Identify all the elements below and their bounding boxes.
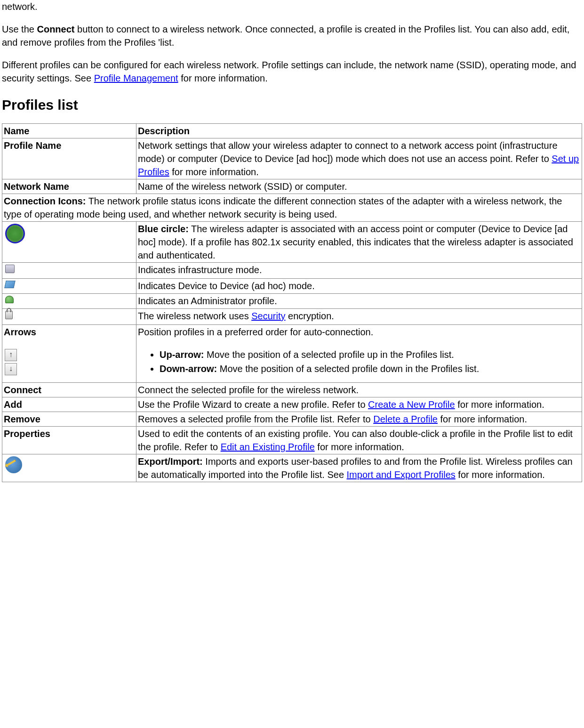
cell-desc: The wireless network uses Security encry… bbox=[136, 309, 582, 325]
text: Use the bbox=[2, 24, 37, 34]
row-add: Add Use the Profile Wizard to create a n… bbox=[2, 397, 582, 412]
import-export-profiles-link[interactable]: Import and Export Profiles bbox=[347, 469, 456, 480]
intro-profiles: Different profiles can be configured for… bbox=[2, 58, 582, 85]
table-header-row: Name Description bbox=[2, 124, 582, 138]
adhoc-icon bbox=[4, 281, 15, 288]
text: The wireless adapter is associated with … bbox=[138, 224, 573, 260]
cell-name: Remove bbox=[4, 414, 40, 424]
down-arrow-bold: Down-arrow: bbox=[160, 364, 217, 374]
text: Use the Profile Wizard to create a new p… bbox=[138, 399, 368, 410]
blue-circle-bold: Blue circle: bbox=[138, 224, 189, 234]
text: The network profile status icons indicat… bbox=[4, 196, 562, 219]
cell-name: Add bbox=[4, 399, 22, 410]
text: for more information. bbox=[438, 414, 527, 424]
connection-icons-bold: Connection Icons: bbox=[4, 196, 86, 206]
cell-name: Connect bbox=[4, 385, 41, 395]
cell-desc: Export/Import: Imports and exports user-… bbox=[136, 454, 582, 482]
cell-desc: Indicates Device to Device (ad hoc) mode… bbox=[136, 279, 582, 294]
arrows-box: ↑ ↓ bbox=[5, 349, 135, 375]
row-adhoc: Indicates Device to Device (ad hoc) mode… bbox=[2, 279, 582, 294]
up-arrow-bold: Up-arrow: bbox=[160, 349, 204, 360]
header-name: Name bbox=[4, 126, 29, 136]
text: for more information. bbox=[315, 442, 404, 452]
row-remove: Remove Removes a selected profile from t… bbox=[2, 412, 582, 427]
cell-desc: Name of the wireless network (SSID) or c… bbox=[136, 179, 582, 194]
row-arrows: Arrows ↑ ↓ Position profiles in a prefer… bbox=[2, 325, 582, 383]
row-network-name: Network Name Name of the wireless networ… bbox=[2, 179, 582, 194]
up-arrow-button[interactable]: ↑ bbox=[5, 349, 17, 361]
wifi-blue-circle-icon bbox=[5, 224, 25, 243]
text: Move the position of a selected profile … bbox=[217, 364, 479, 374]
text: The wireless network uses bbox=[138, 311, 251, 321]
row-connection-icons: Connection Icons: The network profile st… bbox=[2, 194, 582, 222]
row-connect: Connect Connect the selected profile for… bbox=[2, 383, 582, 397]
cell-desc: Indicates an Administrator profile. bbox=[136, 294, 582, 309]
cell-desc: Network settings that allow your wireles… bbox=[136, 138, 582, 179]
cell-desc: Used to edit the contents of an existing… bbox=[136, 427, 582, 454]
connect-bold: Connect bbox=[37, 24, 74, 34]
text: for more information. bbox=[456, 469, 545, 480]
cell-desc: Indicates infrastructure mode. bbox=[136, 263, 582, 279]
cell-name: Profile Name bbox=[4, 140, 61, 151]
text: Network settings that allow your wireles… bbox=[138, 140, 558, 164]
list-item: Down-arrow: Move the position of a selec… bbox=[160, 362, 580, 375]
row-blue-circle: Blue circle: The wireless adapter is ass… bbox=[2, 222, 582, 263]
profiles-table: Name Description Profile Name Network se… bbox=[2, 123, 582, 482]
arrows-intro: Position profiles in a preferred order f… bbox=[138, 327, 373, 337]
text: button to connect to a wireless network.… bbox=[2, 24, 569, 48]
text: Different profiles can be configured for… bbox=[2, 60, 576, 83]
lock-icon bbox=[5, 311, 13, 319]
export-import-bold: Export/Import: bbox=[138, 456, 203, 467]
cell-desc: Connect the selected profile for the wir… bbox=[136, 383, 582, 397]
infrastructure-icon bbox=[5, 265, 15, 273]
row-infrastructure: Indicates infrastructure mode. bbox=[2, 263, 582, 279]
row-admin: Indicates an Administrator profile. bbox=[2, 294, 582, 309]
intro-fragment: network. bbox=[2, 0, 582, 13]
profiles-list-heading: Profiles list bbox=[2, 95, 582, 115]
security-link[interactable]: Security bbox=[251, 311, 285, 321]
row-properties: Properties Used to edit the contents of … bbox=[2, 427, 582, 454]
text: for more information. bbox=[169, 167, 259, 177]
intro-connect: Use the Connect button to connect to a w… bbox=[2, 23, 582, 49]
row-security: The wireless network uses Security encry… bbox=[2, 309, 582, 325]
text: encryption. bbox=[285, 311, 334, 321]
edit-existing-profile-link[interactable]: Edit an Existing Profile bbox=[221, 442, 315, 452]
text: for more information. bbox=[455, 399, 544, 410]
export-import-icon bbox=[5, 456, 22, 473]
header-desc: Description bbox=[138, 126, 190, 136]
down-arrow-button[interactable]: ↓ bbox=[5, 363, 17, 375]
cell-desc: Position profiles in a preferred order f… bbox=[136, 325, 582, 383]
row-profile-name: Profile Name Network settings that allow… bbox=[2, 138, 582, 179]
text: for more information. bbox=[178, 73, 268, 83]
cell-desc: Use the Profile Wizard to create a new p… bbox=[136, 397, 582, 412]
row-export-import: Export/Import: Imports and exports user-… bbox=[2, 454, 582, 482]
cell-name: Arrows bbox=[4, 327, 36, 337]
text: Removes a selected profile from the Prof… bbox=[138, 414, 373, 424]
cell-name: Properties bbox=[4, 429, 50, 439]
cell-name: Network Name bbox=[4, 181, 69, 192]
arrows-list: Up-arrow: Move the position of a selecte… bbox=[138, 348, 580, 375]
cell-span: Connection Icons: The network profile st… bbox=[2, 194, 582, 222]
admin-icon bbox=[5, 296, 14, 303]
delete-profile-link[interactable]: Delete a Profile bbox=[373, 414, 438, 424]
profile-management-link[interactable]: Profile Management bbox=[94, 73, 178, 83]
cell-desc: Blue circle: The wireless adapter is ass… bbox=[136, 222, 582, 263]
create-new-profile-link[interactable]: Create a New Profile bbox=[368, 399, 455, 410]
cell-desc: Removes a selected profile from the Prof… bbox=[136, 412, 582, 427]
text: Move the position of a selected profile … bbox=[204, 349, 454, 360]
list-item: Up-arrow: Move the position of a selecte… bbox=[160, 348, 580, 361]
